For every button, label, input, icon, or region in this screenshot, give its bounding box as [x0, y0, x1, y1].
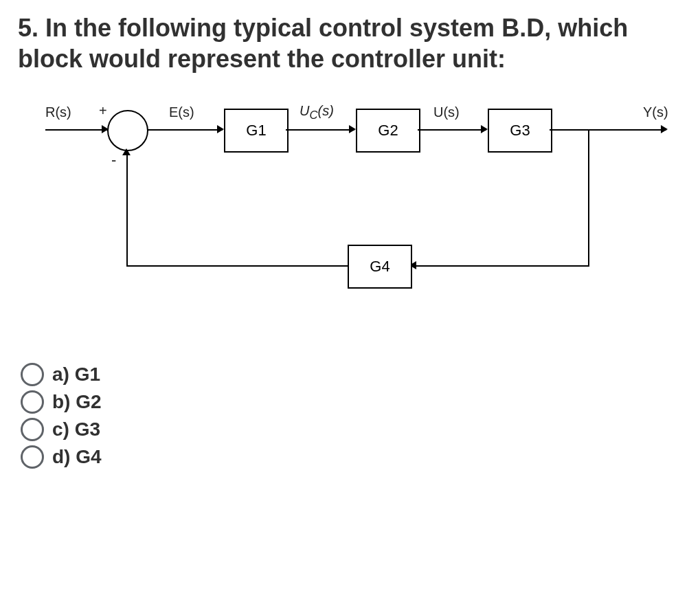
block-g1: G1 [224, 109, 289, 153]
option-d-label: d) G4 [52, 446, 102, 468]
wire [126, 150, 128, 267]
block-g3: G3 [488, 109, 552, 153]
block-diagram: R(s) + - E(s) G1 UC(s) G2 U(s) G3 Y(s) G… [45, 102, 677, 322]
arrowhead-icon [217, 125, 224, 133]
option-c-label: c) G3 [52, 419, 100, 441]
sum-minus-label: - [111, 151, 116, 169]
answer-options: a) G1 b) G2 c) G3 d) G4 [21, 363, 682, 469]
summing-junction [107, 110, 148, 151]
arrowhead-icon [661, 125, 668, 133]
block-g4: G4 [348, 245, 412, 289]
option-b-label: b) G2 [52, 391, 102, 413]
radio-icon [21, 363, 44, 386]
sum-plus-label: + [99, 103, 107, 119]
wire [411, 265, 589, 267]
arrowhead-icon [349, 125, 356, 133]
wire [286, 129, 354, 131]
arrowhead-icon [481, 125, 488, 133]
signal-label-r: R(s) [45, 104, 71, 120]
radio-icon [21, 390, 44, 414]
arrowhead-icon [122, 148, 131, 155]
question-text: In the following typical control system … [18, 14, 628, 73]
signal-label-u: U(s) [433, 104, 460, 120]
wire [126, 265, 348, 267]
wire [418, 129, 486, 131]
option-d[interactable]: d) G4 [21, 445, 682, 469]
block-g2: G2 [356, 109, 420, 153]
option-c[interactable]: c) G3 [21, 418, 682, 441]
uc-sub: C [309, 109, 317, 122]
signal-label-y: Y(s) [643, 104, 668, 120]
uc-tail: (s) [317, 103, 333, 118]
radio-icon [21, 418, 44, 441]
wire [588, 129, 589, 267]
option-a[interactable]: a) G1 [21, 363, 682, 386]
uc-main: U [300, 103, 309, 118]
option-b[interactable]: b) G2 [21, 390, 682, 414]
signal-label-uc: UC(s) [300, 103, 334, 122]
wire [550, 129, 666, 131]
wire [45, 129, 107, 131]
radio-icon [21, 445, 44, 469]
wire [147, 129, 223, 131]
signal-label-e: E(s) [169, 104, 194, 120]
option-a-label: a) G1 [52, 364, 100, 386]
question-number: 5. [18, 14, 38, 42]
question-title: 5. In the following typical control syst… [18, 12, 682, 74]
